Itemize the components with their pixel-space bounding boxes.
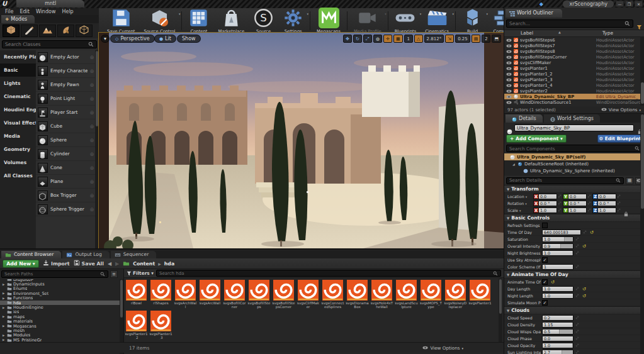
visibility-eye-icon[interactable] [506, 89, 512, 93]
asset-tile[interactable]: svgsBofillStepsCorner [273, 280, 295, 309]
outliner-settings-icon[interactable] [635, 19, 643, 28]
type-column-header[interactable]: Type [602, 30, 613, 36]
world-local-toggle[interactable]: ◍ [373, 35, 382, 43]
visibility-eye-icon[interactable] [506, 55, 512, 59]
component-row[interactable]: ◢ DefaultSceneRoot (Inherited) [504, 160, 644, 167]
placeable-item[interactable]: Cube ◎ [36, 119, 95, 133]
menu-item[interactable]: Help [62, 9, 73, 14]
placeable-item[interactable]: Sphere Trigger ◎ [36, 202, 95, 216]
section-header[interactable]: ▼Clouds [504, 306, 640, 314]
outliner-row[interactable]: svgsPlanter1_2 HoudiniAssetActor [504, 71, 640, 77]
category-item[interactable]: Visual Effects [0, 116, 36, 130]
tab-details[interactable]: Details [506, 114, 543, 123]
maximize-viewport-button[interactable]: ⬒ [492, 35, 501, 43]
category-item[interactable]: All Classes [0, 169, 36, 182]
breadcrumb-root[interactable]: Content [133, 261, 155, 267]
forward-button[interactable]: ▶ [115, 261, 119, 267]
outliner-row[interactable]: svgsCliffMaker HoudiniAssetActor [504, 60, 640, 65]
expand-arrow-icon[interactable]: ▶ [3, 338, 6, 341]
breadcrumb-current[interactable]: hda [164, 261, 174, 267]
expand-arrow-icon[interactable]: ▶ [3, 283, 6, 286]
add-component-button[interactable]: + Add Component ▾ [506, 135, 567, 143]
grid-snap-button[interactable]: ▦ [393, 35, 403, 43]
toolbar-button[interactable]: Settings ▾ [278, 7, 308, 35]
reset-to-default-icon[interactable]: ↺ [582, 243, 586, 249]
mode-button[interactable] [57, 25, 74, 37]
placeable-item[interactable]: Empty Character ◎ [36, 64, 95, 78]
menu-item[interactable]: Window [36, 9, 56, 14]
visibility-eye-icon[interactable] [506, 101, 512, 104]
details-scrollbar[interactable] [640, 114, 644, 354]
section-header[interactable]: ▼Basic Controls [504, 214, 640, 222]
rotation-z-field[interactable]: Z0.0 ° [592, 201, 621, 206]
camera-speed-value[interactable]: 2 [482, 35, 490, 43]
category-item[interactable]: Houdini Engine [0, 103, 36, 116]
slider-field[interactable]: 1.0 [542, 236, 573, 242]
show-menu[interactable]: Show [177, 35, 201, 43]
save-all-button[interactable]: Save All [74, 260, 104, 267]
visibility-eye-icon[interactable] [506, 84, 512, 87]
checkbox[interactable]: ✓ [542, 257, 548, 263]
asset-tile[interactable]: svgsMOPS_Type [420, 280, 442, 309]
slider-field[interactable]: 0.9 [542, 243, 573, 249]
expand-arrow-icon[interactable]: ▶ [3, 334, 6, 337]
value-field[interactable]: 1.0 [542, 293, 573, 299]
search-paths-input[interactable]: Search Paths [1, 270, 108, 278]
expand-arrow-icon[interactable]: ▶ [3, 324, 6, 328]
placeable-item[interactable]: Player Start ◎ [36, 106, 95, 119]
checkbox[interactable]: ✓ [542, 300, 548, 306]
checkbox[interactable] [542, 223, 548, 228]
scale-snap-value[interactable]: 0.25 [455, 35, 470, 43]
lit-mode-selector[interactable]: ●Lit [154, 35, 176, 43]
placeable-item[interactable]: Plane ◎ [36, 175, 95, 189]
value-field[interactable]: 1 [542, 264, 573, 270]
scale-z-field[interactable]: Z1.0 [592, 207, 621, 213]
outliner-row[interactable]: svgsBofillSteps6 HoudiniAssetActor [504, 37, 640, 43]
visibility-eye-icon[interactable] [506, 38, 512, 42]
placeable-item[interactable]: Empty Pawn ◎ [36, 78, 95, 92]
move-tool-button[interactable]: ✥ [343, 35, 352, 43]
asset-tile[interactable]: svgsPlanter1 [469, 280, 491, 309]
placeable-item[interactable]: Cylinder ◎ [36, 147, 95, 161]
placeable-item[interactable]: Sphere ◎ [36, 133, 95, 147]
viewport-options-dropdown[interactable]: ▾ [101, 35, 110, 43]
outliner-row[interactable]: svgsPlanter1_3 HoudiniAssetActor [504, 77, 640, 82]
outliner-row[interactable]: svgsPlanter1_4 HoudiniAssetActor [504, 82, 640, 88]
property-matrix-icon[interactable]: ▦ [626, 177, 633, 184]
asset-tile[interactable]: svgsBofillCorner [223, 280, 246, 309]
lock-icon[interactable] [624, 207, 628, 213]
back-button[interactable]: ◀ [108, 261, 111, 267]
outliner-scrollbar[interactable] [640, 37, 644, 106]
outliner-view-options[interactable]: View Options▾ [601, 108, 641, 113]
category-item[interactable]: Cinematic [0, 90, 36, 103]
category-item[interactable]: Basic [0, 64, 36, 77]
scale-y-field[interactable]: Y1.0 [563, 207, 591, 213]
asset-tile[interactable]: svgsCliffMaker [297, 280, 319, 309]
menu-item[interactable]: Edit [20, 9, 30, 14]
surface-snap-button[interactable]: ✛ [383, 35, 392, 43]
visibility-eye-icon[interactable] [506, 72, 512, 76]
visibility-eye-icon[interactable] [506, 95, 512, 99]
category-item[interactable]: Media [0, 130, 36, 143]
section-header[interactable]: ▼Animate Time Of Day [504, 270, 640, 279]
expand-arrow-icon[interactable]: ▶ [3, 315, 6, 318]
bottom-tab[interactable]: Output Log [62, 251, 109, 258]
outliner-row[interactable]: svgsPlanter2 HoudiniAssetActor [504, 88, 640, 94]
toolbar-button[interactable]: Marketplace [213, 7, 249, 35]
slider-field[interactable]: 2.7 [542, 350, 573, 354]
category-item[interactable]: Geometry [0, 143, 36, 156]
category-item[interactable]: Lights [0, 77, 36, 90]
location-x-field[interactable]: X0.0 [533, 194, 562, 199]
toolbar-button[interactable]: Cinematics ▾ [421, 7, 453, 35]
toolbar-button[interactable]: S Source [249, 7, 278, 35]
visibility-eye-icon[interactable] [506, 67, 512, 70]
import-button[interactable]: Import [43, 260, 70, 267]
search-classes-input[interactable]: Search Classes [2, 40, 97, 48]
rotation-y-field[interactable]: Y0.0 ° [563, 201, 591, 206]
cb-view-options[interactable]: View Options▾ [422, 345, 463, 351]
toolbar-button[interactable]: Media Profile ▾ [349, 7, 386, 35]
value-field[interactable]: 1.0 [542, 286, 573, 292]
asset-tile[interactable]: svgsLandSculpture [395, 280, 417, 309]
value-field[interactable]: 0.0 [542, 336, 573, 341]
asset-tile[interactable]: svgsHole4xTheWall [371, 280, 393, 309]
